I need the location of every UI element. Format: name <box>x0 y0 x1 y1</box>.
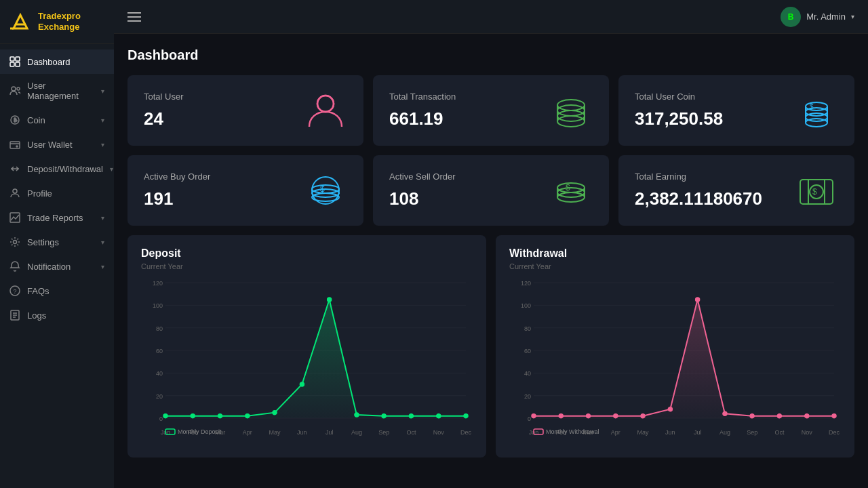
svg-text:80: 80 <box>524 325 531 332</box>
svg-point-78 <box>163 414 167 418</box>
svg-point-89 <box>464 414 468 418</box>
svg-text:80: 80 <box>156 325 163 332</box>
card-label: Total User Coin <box>635 92 723 102</box>
chevron-icon: ▾ <box>101 141 104 148</box>
deposit-withdrawal-icon <box>9 163 20 174</box>
svg-text:Jul: Jul <box>326 429 334 436</box>
deposit-chart-card: Deposit Current Year 0 20 40 60 80 100 1… <box>127 235 486 458</box>
sidebar-item-coin[interactable]: Coin ▾ <box>0 108 114 132</box>
sidebar-nav: Dashboard User Management ▾ Coin ▾ User … <box>0 44 114 488</box>
sidebar-item-label: Settings <box>27 237 59 247</box>
sidebar-item-user-management[interactable]: User Management ▾ <box>0 74 114 108</box>
card-icon-sell-coins: $ <box>549 169 593 212</box>
notification-icon <box>9 261 20 272</box>
chevron-icon: ▾ <box>101 263 104 270</box>
sidebar-item-dashboard[interactable]: Dashboard <box>0 49 114 74</box>
svg-text:Oct: Oct <box>774 429 785 436</box>
card-info: Total User 24 <box>144 92 184 129</box>
svg-point-8 <box>17 87 20 90</box>
svg-rect-6 <box>16 62 20 66</box>
sidebar-item-trade-reports[interactable]: Trade Reports ▾ <box>0 205 114 230</box>
card-info: Active Buy Order 191 <box>144 171 210 209</box>
svg-text:120: 120 <box>521 280 531 287</box>
svg-text:Aug: Aug <box>351 429 362 436</box>
sidebar-item-user-wallet[interactable]: User Wallet ▾ <box>0 132 114 157</box>
chart-svg: 0 20 40 60 80 100 120 JanFebMarAprMayJun… <box>509 276 841 439</box>
sidebar-item-profile[interactable]: Profile <box>0 181 114 205</box>
card-icon-coin-stack: $ <box>795 89 838 132</box>
sidebar-item-label: Dashboard <box>27 57 71 67</box>
user-management-icon <box>9 85 20 96</box>
card-total-user-coin: Total User Coin 317,250.58 $ <box>618 75 854 146</box>
sidebar-item-deposit-withdrawal[interactable]: Deposit/Withdrawal ▾ <box>0 157 114 181</box>
svg-point-79 <box>191 414 195 418</box>
svg-rect-10 <box>10 142 20 148</box>
withdrawal-chart-subtitle: Current Year <box>509 262 841 270</box>
svg-text:$: $ <box>320 184 325 194</box>
svg-text:60: 60 <box>524 348 531 354</box>
svg-point-127 <box>777 414 781 418</box>
user-menu[interactable]: B Mr. Admin ▾ <box>781 7 854 27</box>
svg-text:May: May <box>269 429 281 436</box>
svg-point-120 <box>587 414 591 418</box>
card-label: Active Sell Order <box>389 171 456 182</box>
svg-point-124 <box>696 298 700 302</box>
svg-point-125 <box>723 411 727 415</box>
user-wallet-icon <box>9 139 20 150</box>
sidebar-item-settings[interactable]: Settings ▾ <box>0 230 114 254</box>
svg-text:Nov: Nov <box>433 429 445 436</box>
sidebar-item-logs[interactable]: Logs <box>0 303 114 327</box>
card-info: Total Earning 2,382.11180670 <box>635 171 762 209</box>
svg-text:100: 100 <box>521 302 531 309</box>
svg-text:Aug: Aug <box>719 429 730 436</box>
sidebar-item-notification[interactable]: Notification ▾ <box>0 254 114 279</box>
svg-point-119 <box>559 414 563 418</box>
user-name: Mr. Admin <box>806 12 846 22</box>
svg-point-7 <box>12 87 16 91</box>
svg-text:20: 20 <box>156 393 163 400</box>
coin-icon <box>9 115 20 125</box>
svg-point-12 <box>13 189 17 193</box>
card-label: Total Transaction <box>389 92 456 102</box>
chevron-icon: ▾ <box>101 87 104 95</box>
svg-point-126 <box>750 414 754 418</box>
svg-text:?: ? <box>14 288 17 295</box>
svg-text:Sep: Sep <box>747 429 757 436</box>
svg-text:May: May <box>637 429 650 436</box>
svg-point-87 <box>409 414 413 418</box>
card-icon-user <box>304 89 347 132</box>
svg-rect-4 <box>16 57 20 61</box>
card-info: Total User Coin 317,250.58 <box>635 92 723 129</box>
main-area: B Mr. Admin ▾ Dashboard Total User 24 To… <box>114 0 868 488</box>
chevron-icon: ▾ <box>101 239 104 246</box>
svg-text:60: 60 <box>156 348 163 354</box>
sidebar-item-faqs[interactable]: ? FAQs <box>0 279 114 303</box>
topbar: B Mr. Admin ▾ <box>114 0 868 34</box>
svg-text:20: 20 <box>524 393 531 400</box>
svg-point-80 <box>218 414 222 418</box>
svg-text:40: 40 <box>524 370 531 377</box>
faqs-icon: ? <box>9 285 20 296</box>
deposit-chart-title: Deposit <box>141 247 473 260</box>
card-label: Total User <box>144 92 184 102</box>
svg-text:Apr: Apr <box>243 429 252 436</box>
svg-point-85 <box>355 413 359 417</box>
sidebar-item-label: FAQs <box>27 286 50 296</box>
svg-point-11 <box>16 146 18 147</box>
svg-point-81 <box>245 414 250 418</box>
card-icon-buy-coins: $ <box>304 169 347 212</box>
hamburger-button[interactable] <box>127 12 141 22</box>
svg-marker-0 <box>14 15 27 28</box>
card-value: 317,250.58 <box>635 108 723 129</box>
svg-point-83 <box>300 382 304 386</box>
card-active-buy-order: Active Buy Order 191 $ <box>127 155 363 226</box>
svg-text:Dec: Dec <box>460 429 472 436</box>
svg-point-84 <box>328 298 332 302</box>
svg-text:Monthly Deposit: Monthly Deposit <box>178 428 222 435</box>
svg-text:Sep: Sep <box>378 429 389 436</box>
svg-point-22 <box>317 96 334 112</box>
page-title: Dashboard <box>127 47 854 63</box>
trade-reports-icon <box>9 212 20 223</box>
svg-text:Apr: Apr <box>611 429 620 436</box>
svg-text:Oct: Oct <box>406 429 416 436</box>
